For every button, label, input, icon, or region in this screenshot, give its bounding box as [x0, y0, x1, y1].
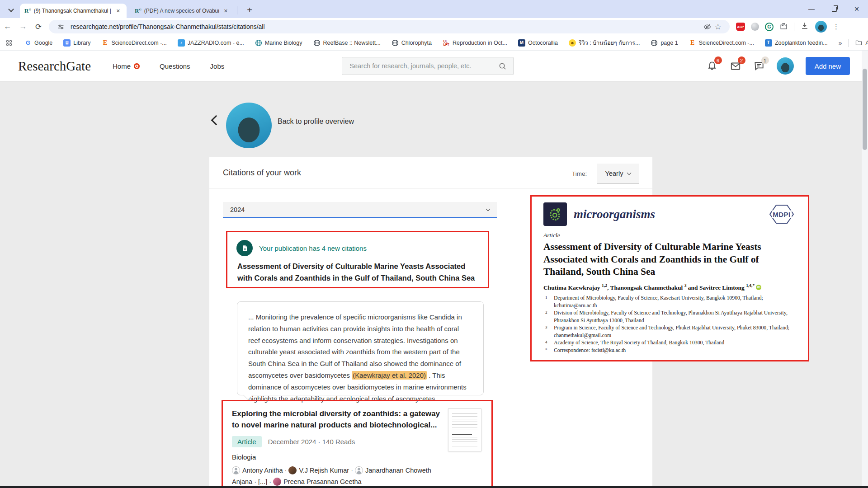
restore-icon	[832, 7, 837, 12]
tab-search-icon[interactable]	[6, 5, 15, 14]
nav-jobs[interactable]: Jobs	[210, 62, 225, 70]
annotation-box-notification: Your publication has 4 new citations Ass…	[226, 231, 489, 288]
restore-button[interactable]	[823, 0, 845, 18]
bookmark-thai-review[interactable]: ☻รีวิว : บ้านน้อยๆ กับการ...	[569, 38, 640, 47]
bookmark-marine-biology[interactable]: Marine Biology	[255, 39, 302, 47]
chat-badge: 1	[761, 56, 769, 64]
tab-close-icon[interactable]: ✕	[114, 7, 122, 15]
jazzradio-favicon: ♪	[178, 39, 185, 47]
back-button[interactable]: ←	[0, 20, 15, 33]
new-tab-button[interactable]: +	[243, 4, 256, 16]
author-avatar	[273, 478, 281, 486]
author-link[interactable]: Antony Anitha	[242, 467, 283, 474]
time-filter-select[interactable]: Yearly	[597, 164, 639, 183]
tab-active[interactable]: RG (9) Thanongsak Chanmethakul | ✕	[20, 4, 127, 18]
site-settings-icon[interactable]	[55, 21, 66, 32]
year-select[interactable]: 2024	[223, 202, 497, 218]
address-bar[interactable]: researchgate.net/profile/Thanongsak-Chan…	[49, 20, 730, 33]
search-input[interactable]	[349, 62, 498, 70]
messages-mail-icon[interactable]: 2	[730, 60, 741, 72]
bookmark-reefbase[interactable]: ReefBase :: Newslett...	[313, 39, 381, 47]
bookmark-star-icon[interactable]: ☆	[712, 21, 723, 32]
extension-icon[interactable]	[751, 23, 759, 31]
affiliation-row: 1Department of Microbiology, Faculty of …	[543, 294, 796, 309]
extensions-puzzle-icon[interactable]	[779, 22, 788, 32]
scrollbar-thumb[interactable]	[863, 69, 867, 150]
close-button[interactable]: ✕	[845, 0, 868, 18]
affiliation-row: 2Division of Microbiology, Faculty of Sc…	[543, 309, 796, 324]
bookmark-jazzradio[interactable]: ♪JAZZRADIO.com - e...	[178, 39, 244, 47]
nav-home[interactable]: Home	[113, 62, 140, 70]
notifications-bell-icon[interactable]: 6	[706, 60, 718, 72]
publication-thumbnail[interactable]	[448, 408, 481, 451]
tab-separator	[237, 6, 237, 14]
window-controls: — ✕	[800, 0, 868, 18]
affiliation-row: 3Program in Science, Faculty of Science …	[543, 324, 796, 339]
researchgate-favicon: RG	[24, 7, 31, 14]
adblock-icon[interactable]: ABP	[736, 23, 745, 31]
thumbnail-text-lines	[452, 437, 477, 447]
profile-photo-large[interactable]	[226, 103, 272, 148]
citation-document-icon	[236, 240, 253, 256]
screen-bottom-edge	[0, 486, 868, 488]
browser-toolbar: ← → ⟳ researchgate.net/profile/Thanongsa…	[0, 18, 868, 35]
nav-questions[interactable]: Questions	[160, 62, 190, 70]
browser-profile-avatar[interactable]	[815, 21, 827, 33]
rg-header-actions: 6 2 1 Add new	[706, 57, 850, 75]
citation-highlight: (Kaewkrajay et al. 2020)	[352, 371, 427, 380]
article-type-label: Article	[543, 232, 796, 239]
forward-button[interactable]: →	[15, 20, 31, 33]
affiliation-row: 4Academy of Science, The Royal Society o…	[543, 339, 796, 347]
annotation-box-citing-publication: Exploring the microbial diversity of zoa…	[222, 400, 493, 487]
chevron-down-icon	[486, 207, 491, 211]
url-text[interactable]: researchgate.net/profile/Thanongsak-Chan…	[71, 23, 702, 30]
profile-avatar[interactable]	[777, 57, 794, 75]
citing-publication-title[interactable]: Exploring the microbial diversity of zoa…	[232, 408, 445, 431]
chat-icon[interactable]: 1	[753, 60, 765, 72]
extension-icons: ABP G ⋮	[736, 21, 840, 33]
messages-badge: 2	[738, 56, 745, 64]
orcid-icon: iD	[756, 285, 761, 290]
reload-button[interactable]: ⟳	[31, 20, 46, 33]
downloads-icon[interactable]	[800, 21, 809, 32]
new-citations-message: Your publication has 4 new citations	[259, 244, 367, 252]
bookmark-sciencedirect-2[interactable]: EScienceDirect.com -...	[689, 39, 754, 47]
researchgate-logo[interactable]: ResearchGate	[18, 59, 91, 74]
all-bookmarks-button[interactable]: All Bookmarks	[855, 39, 868, 47]
back-chevron-icon[interactable]	[211, 115, 222, 126]
bookmark-sciencedirect[interactable]: EScienceDirect.com -...	[102, 39, 167, 47]
paper-authors: Chutima Kaewkrajay 1,2, Thanongsak Chanm…	[543, 283, 796, 291]
card-divider	[209, 188, 652, 188]
bookmark-reproduction[interactable]: ULLFTReproduction in Oct...	[443, 39, 507, 47]
tab-inactive[interactable]: RG (PDF) A new species of Ovabun... ✕	[130, 4, 234, 18]
bookmarks-overflow-button[interactable]: »	[839, 39, 842, 47]
bookmark-chlorophyta[interactable]: Chlorophyta	[392, 39, 432, 47]
sciencedirect-favicon: E	[102, 39, 109, 47]
page-scrollbar[interactable]	[862, 51, 868, 488]
bookmark-library[interactable]: ⌸Library	[63, 39, 90, 47]
rg-search-box[interactable]	[342, 57, 514, 75]
minimize-button[interactable]: —	[800, 0, 823, 18]
journal-title: microorganisms	[574, 207, 655, 221]
eye-slash-icon[interactable]	[702, 21, 712, 32]
sciencedirect-favicon: E	[689, 39, 696, 47]
globe-icon	[651, 39, 658, 47]
browser-window: RG (9) Thanongsak Chanmethakul | ✕ RG (P…	[0, 0, 868, 488]
add-new-button[interactable]: Add new	[806, 57, 850, 75]
back-to-profile-link[interactable]: Back to profile overview	[278, 117, 354, 126]
apps-grid-icon[interactable]	[6, 40, 12, 46]
bookmark-octocorallia[interactable]: MOctocorallia	[518, 39, 558, 47]
authors-ellipsis[interactable]: [...]	[258, 478, 267, 485]
author-link[interactable]: V.J Rejish Kumar	[299, 467, 349, 474]
bookmark-zooplankton[interactable]: TZooplankton feedin...	[765, 39, 828, 47]
chrome-menu-icon[interactable]: ⋮	[833, 23, 840, 31]
tab-close-icon[interactable]: ✕	[222, 7, 230, 15]
citations-card-title: Citations of your work	[223, 168, 301, 178]
bookmark-google[interactable]: GGoogle	[24, 39, 52, 47]
cited-publication-title[interactable]: Assessment of Diversity of Culturable Ma…	[237, 261, 478, 284]
grammarly-icon[interactable]: G	[765, 23, 774, 31]
library-favicon: ⌸	[63, 39, 71, 47]
home-notification-dot	[134, 63, 140, 69]
author-link[interactable]: Preena Prasannan Geetha	[283, 478, 362, 485]
bookmark-page1[interactable]: page 1	[651, 39, 678, 47]
